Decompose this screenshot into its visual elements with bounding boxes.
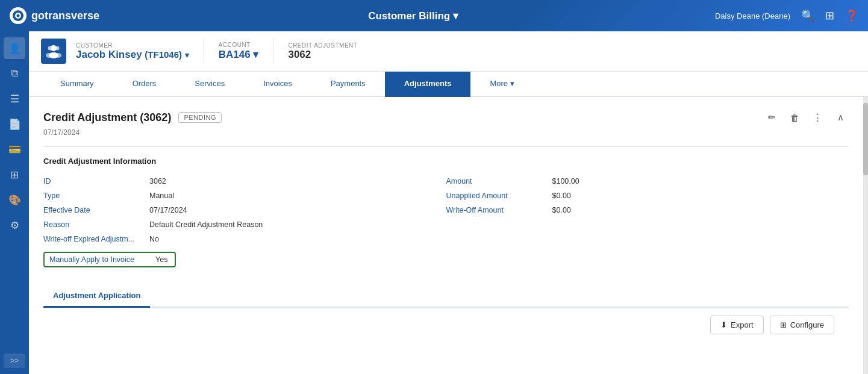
- writeoff-amount-label: Write-Off Amount: [446, 206, 543, 214]
- top-navigation: gotransverse Customer Billing ▾ Daisy De…: [0, 0, 868, 31]
- configure-button[interactable]: ⊞ Configure: [770, 316, 834, 334]
- ca-title: Credit Adjustment (3062): [43, 111, 171, 124]
- bottom-bar: ⬇ Export ⊞ Configure: [43, 308, 849, 341]
- header-divider-1: [204, 39, 204, 63]
- info-row-reason: Reason Default Credit Adjustment Reason: [43, 217, 446, 232]
- ca-date: 07/17/2024: [43, 128, 849, 137]
- manually-apply-label: Manually Apply to Invoice: [49, 255, 146, 264]
- writeoff-expired-label: Write-off Expired Adjustm...: [43, 235, 140, 243]
- manually-apply-value: Yes: [155, 255, 167, 264]
- sidebar-item-grid[interactable]: ⊞: [4, 164, 25, 185]
- sub-tab-adjustment-application[interactable]: Adjustment Application: [43, 285, 150, 308]
- writeoff-expired-value: No: [149, 235, 159, 243]
- app-name: gotransverse: [31, 10, 99, 22]
- tab-summary[interactable]: Summary: [41, 72, 113, 97]
- sub-tabs: Adjustment Application: [43, 285, 849, 308]
- info-row-effective-date: Effective Date 07/17/2024: [43, 203, 446, 217]
- tab-more[interactable]: More ▾: [470, 72, 533, 97]
- manually-apply-row-wrapper: Manually Apply to Invoice Yes: [43, 246, 446, 273]
- export-icon: ⬇: [720, 320, 727, 329]
- reason-value: Default Credit Adjustment Reason: [149, 220, 263, 229]
- content-header: CUSTOMER Jacob Kinsey (TF1046) ▾ ACCOUNT…: [29, 31, 868, 72]
- main-content: CUSTOMER Jacob Kinsey (TF1046) ▾ ACCOUNT…: [29, 31, 868, 374]
- sidebar-item-palette[interactable]: 🎨: [4, 189, 25, 211]
- account-id[interactable]: BA146 ▾: [219, 48, 259, 61]
- sidebar-item-copy[interactable]: ⧉: [4, 63, 25, 84]
- manually-apply-highlighted-row: Manually Apply to Invoice Yes: [43, 252, 176, 267]
- tab-services[interactable]: Services: [175, 72, 244, 97]
- unapplied-amount-value: $0.00: [552, 192, 571, 200]
- effective-date-label: Effective Date: [43, 206, 140, 214]
- credit-adjustment-header: Credit Adjustment (3062) PENDING ✏ 🗑 ⋮ ∧: [43, 109, 849, 126]
- customer-avatar: [41, 39, 66, 64]
- delete-icon[interactable]: 🗑: [786, 109, 803, 126]
- unapplied-amount-label: Unapplied Amount: [446, 192, 543, 200]
- credit-adjustment-label: CREDIT ADJUSTMENT: [288, 42, 357, 49]
- info-col-left: ID 3062 Type Manual Effective Date 07/17…: [43, 174, 446, 273]
- info-col-right: Amount $100.00 Unapplied Amount $0.00 Wr…: [446, 174, 849, 273]
- section-divider: [43, 146, 849, 147]
- amount-value: $100.00: [552, 177, 579, 185]
- content-body: Credit Adjustment (3062) PENDING ✏ 🗑 ⋮ ∧…: [29, 97, 863, 374]
- export-button[interactable]: ⬇ Export: [710, 316, 764, 334]
- type-label: Type: [43, 192, 140, 200]
- info-row-writeoff-amount: Write-Off Amount $0.00: [446, 203, 849, 217]
- top-nav-right: Daisy Deane (Deane) 🔍 ⊞ ❓: [715, 9, 858, 22]
- search-icon[interactable]: 🔍: [801, 9, 814, 22]
- info-row-type: Type Manual: [43, 189, 446, 203]
- credit-adjustment-id: 3062: [288, 49, 357, 61]
- writeoff-amount-value: $0.00: [552, 206, 571, 214]
- info-row-amount: Amount $100.00: [446, 174, 849, 189]
- ca-actions: ✏ 🗑 ⋮ ∧: [763, 109, 849, 126]
- collapse-icon[interactable]: ∧: [832, 109, 849, 126]
- svg-point-2: [17, 14, 20, 17]
- account-dropdown-icon: ▾: [253, 49, 258, 60]
- help-icon[interactable]: ❓: [845, 9, 858, 22]
- user-menu[interactable]: Daisy Deane (Deane): [715, 11, 790, 20]
- logo-icon: [10, 7, 27, 24]
- sidebar-item-doc[interactable]: 📄: [4, 113, 25, 135]
- amount-label: Amount: [446, 177, 543, 185]
- customer-label: CUSTOMER: [76, 42, 189, 49]
- edit-icon[interactable]: ✏: [763, 109, 780, 126]
- info-row-writeoff-expired: Write-off Expired Adjustm... No: [43, 232, 446, 246]
- account-info: ACCOUNT BA146 ▾: [219, 42, 259, 61]
- header-divider-2: [273, 39, 273, 63]
- svg-point-8: [55, 53, 61, 58]
- status-badge: PENDING: [178, 112, 222, 123]
- svg-point-7: [46, 53, 52, 58]
- info-row-unapplied: Unapplied Amount $0.00: [446, 189, 849, 203]
- sidebar-expand-button[interactable]: >>: [4, 354, 25, 368]
- sidebar: 👤 ⧉ ☰ 📄 💳 ⊞ 🎨 ⚙ >>: [0, 31, 29, 374]
- svg-point-4: [48, 46, 52, 51]
- info-row-id: ID 3062: [43, 174, 446, 189]
- tab-payments[interactable]: Payments: [311, 72, 385, 97]
- customer-dropdown-icon: ▾: [185, 51, 189, 60]
- ca-title-row: Credit Adjustment (3062) PENDING: [43, 111, 222, 124]
- tab-adjustments[interactable]: Adjustments: [385, 72, 471, 97]
- sidebar-item-card[interactable]: 💳: [4, 139, 25, 160]
- effective-date-value: 07/17/2024: [149, 206, 187, 214]
- apps-icon[interactable]: ⊞: [825, 9, 834, 22]
- scrollbar-track[interactable]: [863, 97, 868, 374]
- info-grid: ID 3062 Type Manual Effective Date 07/17…: [43, 174, 849, 273]
- app-logo[interactable]: gotransverse: [10, 7, 99, 24]
- svg-point-5: [55, 46, 60, 51]
- configure-icon: ⊞: [780, 320, 787, 329]
- sidebar-item-users[interactable]: 👤: [4, 37, 25, 59]
- page-title: Customer Billing ▾: [111, 10, 715, 22]
- id-value: 3062: [149, 177, 166, 185]
- sidebar-item-list[interactable]: ☰: [4, 88, 25, 110]
- type-value: Manual: [149, 192, 174, 200]
- id-label: ID: [43, 177, 140, 185]
- credit-adjustment-info: CREDIT ADJUSTMENT 3062: [288, 42, 357, 61]
- more-options-icon[interactable]: ⋮: [809, 109, 826, 126]
- tab-invoices[interactable]: Invoices: [244, 72, 311, 97]
- customer-info: CUSTOMER Jacob Kinsey (TF1046) ▾: [76, 42, 189, 61]
- customer-name[interactable]: Jacob Kinsey (TF1046) ▾: [76, 49, 189, 61]
- reason-label: Reason: [43, 220, 140, 229]
- scrollbar-thumb[interactable]: [863, 103, 868, 175]
- tab-orders[interactable]: Orders: [113, 72, 176, 97]
- sidebar-item-settings[interactable]: ⚙: [4, 214, 25, 236]
- main-tabs: Summary Orders Services Invoices Payment…: [29, 72, 868, 97]
